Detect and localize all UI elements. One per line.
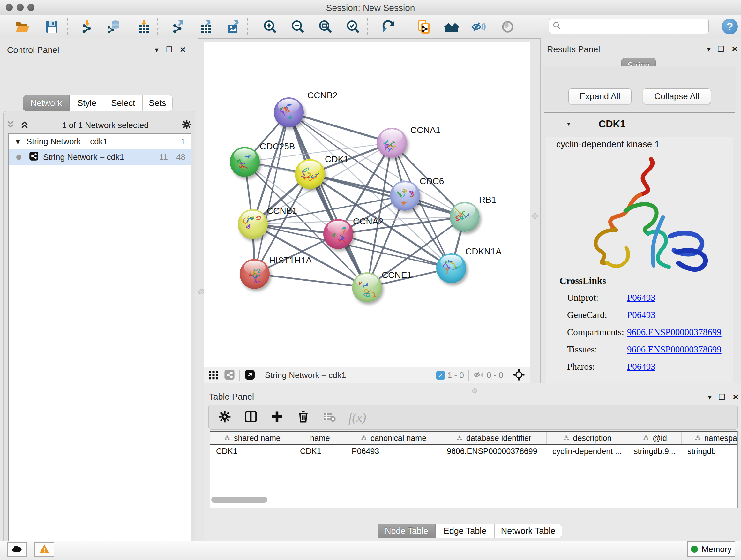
- tab-network[interactable]: Network: [23, 95, 70, 111]
- save-session-icon[interactable]: [44, 18, 60, 35]
- zoom-out-icon[interactable]: [290, 18, 307, 35]
- crosslink-label: Compartments:: [567, 327, 627, 337]
- collection-expand-icon[interactable]: ▼: [14, 137, 22, 146]
- table-cell[interactable]: CDK1: [294, 447, 346, 456]
- tab-style[interactable]: Style: [70, 95, 104, 111]
- network-collection-row[interactable]: ▼ String Network – cdk1 1: [9, 134, 191, 149]
- left-splitter-handle[interactable]: [199, 289, 204, 294]
- expand-all-networks-icon[interactable]: [20, 120, 29, 131]
- import-table-icon[interactable]: [135, 18, 152, 35]
- float-panel-icon[interactable]: ▾: [155, 45, 158, 54]
- export-network-icon[interactable]: [170, 18, 186, 35]
- table-row[interactable]: CDK1CDK1P064939606.ENSP00000378699cyclin…: [210, 445, 738, 457]
- table-cell[interactable]: stringdb: [682, 447, 738, 456]
- warning-status-button[interactable]: [35, 542, 54, 557]
- network-node-cdc6[interactable]: [390, 181, 420, 211]
- network-node-ccnb2[interactable]: [274, 98, 304, 127]
- tab-edge-table[interactable]: Edge Table: [435, 523, 494, 538]
- crosslink-row: GeneCard:P06493: [567, 310, 727, 320]
- home-panel-icon[interactable]: [443, 18, 460, 35]
- network-node-cdk1[interactable]: [295, 159, 325, 189]
- cloud-status-button[interactable]: [7, 542, 27, 557]
- network-row[interactable]: String Network – cdk1 11 48: [9, 149, 191, 165]
- crosslink-label: GeneCard:: [567, 310, 627, 320]
- search-input[interactable]: [562, 21, 705, 32]
- crosslink-link[interactable]: P06493: [627, 293, 656, 303]
- node-label-hist1h1a: HIST1H1A: [269, 255, 312, 266]
- crosslink-link[interactable]: 9606.ENSP00000378699: [627, 327, 722, 337]
- open-in-window-icon[interactable]: [244, 369, 256, 382]
- grid-view-icon[interactable]: [208, 369, 219, 381]
- maximize-panel-icon[interactable]: ❐: [165, 45, 173, 54]
- network-options-gear-icon[interactable]: [181, 119, 192, 131]
- show-display-icon[interactable]: [499, 18, 516, 35]
- import-network-icon[interactable]: [79, 18, 96, 35]
- column-header--id[interactable]: @id: [628, 432, 682, 444]
- node-table[interactable]: shared namenamecanonical namedatabase id…: [210, 431, 738, 508]
- column-header-namespace[interactable]: namespace: [682, 432, 738, 444]
- hide-display-icon[interactable]: [471, 18, 487, 35]
- tab-node-table[interactable]: Node Table: [378, 523, 435, 538]
- network-node-ccna2[interactable]: [323, 219, 353, 249]
- table-cell[interactable]: P06493: [346, 447, 441, 456]
- zoom-fit-icon[interactable]: [317, 18, 334, 35]
- column-header-name[interactable]: name: [294, 432, 346, 444]
- close-results-icon[interactable]: ✕: [732, 45, 738, 54]
- open-session-icon[interactable]: [14, 18, 30, 35]
- float-table-icon[interactable]: ▾: [708, 393, 712, 401]
- maximize-table-icon[interactable]: ❐: [719, 393, 726, 401]
- entry-collapse-icon[interactable]: ▼: [566, 121, 571, 127]
- column-header-shared-name[interactable]: shared name: [210, 432, 294, 444]
- table-cell[interactable]: stringdb:9...: [628, 447, 682, 456]
- tab-select[interactable]: Select: [104, 95, 142, 111]
- collapse-all-button[interactable]: Collapse All: [643, 88, 711, 105]
- network-node-ccnb1[interactable]: [238, 209, 268, 239]
- network-canvas[interactable]: CCNB2CCNA1CDC25BCDK1CDC6RB1CCNB1CCNA2CDK…: [204, 42, 530, 367]
- copy-network-icon[interactable]: [416, 18, 432, 35]
- zoom-selected-icon[interactable]: [345, 18, 361, 35]
- collapse-all-networks-icon[interactable]: [6, 120, 15, 131]
- network-node-cdkn1a[interactable]: [436, 253, 466, 283]
- zoom-in-icon[interactable]: [262, 18, 279, 35]
- network-node-ccne1[interactable]: [352, 272, 382, 302]
- expand-all-button[interactable]: Expand All: [568, 88, 631, 105]
- table-cell[interactable]: cyclin-dependent ...: [547, 447, 628, 456]
- results-splitter-handle[interactable]: [532, 213, 538, 219]
- help-button[interactable]: ?: [722, 18, 738, 35]
- memory-status-dot: [691, 546, 698, 553]
- close-panel-icon[interactable]: ✕: [180, 45, 186, 54]
- crosslink-link[interactable]: P06493: [627, 310, 656, 320]
- help-icon: ?: [727, 20, 733, 33]
- share-view-icon[interactable]: [224, 369, 235, 381]
- import-database-icon[interactable]: [107, 18, 123, 35]
- crosslink-link[interactable]: P06493: [627, 361, 656, 372]
- table-splitter-handle[interactable]: [472, 388, 477, 393]
- column-header-description[interactable]: description: [547, 432, 628, 444]
- selected-checkbox-icon[interactable]: ✓: [436, 371, 445, 380]
- network-node-rb1[interactable]: [450, 202, 480, 232]
- birds-eye-toggle-icon[interactable]: [513, 368, 525, 382]
- add-column-icon[interactable]: [270, 410, 284, 425]
- network-node-hist1h1a[interactable]: [240, 259, 270, 289]
- table-horizontal-scrollbar[interactable]: [211, 497, 267, 503]
- column-header-database-identifier[interactable]: database identifier: [441, 432, 547, 444]
- crosslink-link[interactable]: 9606.ENSP00000378699: [627, 344, 722, 355]
- table-cell[interactable]: 9606.ENSP00000378699: [441, 447, 547, 456]
- table-cell[interactable]: CDK1: [210, 447, 294, 456]
- export-table-icon[interactable]: [197, 18, 214, 35]
- export-image-icon[interactable]: [225, 18, 242, 35]
- memory-button[interactable]: Memory: [687, 541, 735, 557]
- network-node-ccna1[interactable]: [377, 128, 407, 158]
- close-table-icon[interactable]: ✕: [733, 393, 739, 401]
- maximize-results-icon[interactable]: ❐: [718, 45, 725, 54]
- tab-sets[interactable]: Sets: [142, 95, 173, 111]
- float-results-icon[interactable]: ▾: [707, 45, 711, 54]
- search-box[interactable]: [549, 18, 709, 34]
- delete-column-icon[interactable]: [296, 410, 310, 425]
- split-panel-icon[interactable]: [244, 410, 258, 425]
- tab-network-table[interactable]: Network Table: [494, 523, 562, 538]
- network-node-cdc25b[interactable]: [230, 147, 260, 177]
- column-header-canonical-name[interactable]: canonical name: [346, 432, 441, 444]
- refresh-icon[interactable]: [380, 18, 397, 35]
- table-settings-icon[interactable]: [218, 410, 232, 425]
